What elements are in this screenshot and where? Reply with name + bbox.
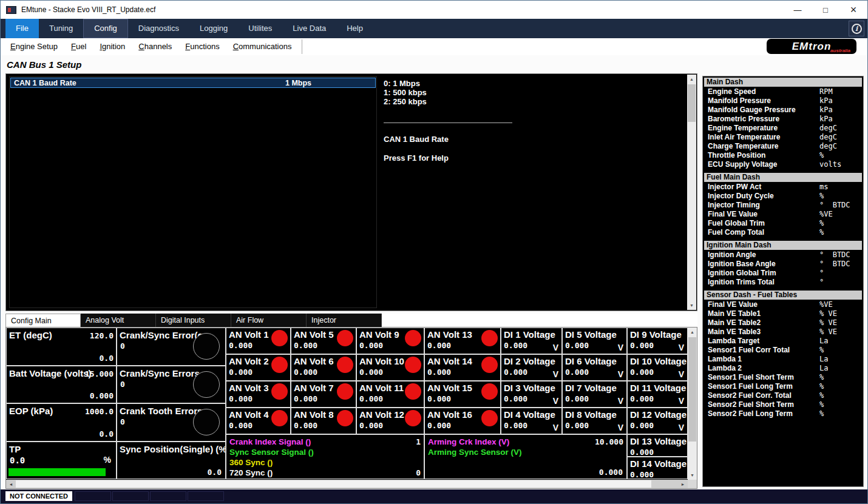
di-volt-unit: V [679, 369, 684, 379]
menu-item-config[interactable]: Config [83, 19, 128, 38]
maximize-icon: □ [823, 5, 828, 15]
counter-label: Crank Tooth Errors [120, 406, 202, 416]
scrollbar-thumb[interactable] [16, 480, 651, 488]
scroll-up-icon[interactable]: ▲ [687, 75, 696, 84]
channel-label: Main VE Table1 [704, 309, 819, 318]
error-lamp-icon [337, 410, 353, 426]
di-volt-value: 0.000 [565, 394, 589, 403]
info-button[interactable]: i [849, 21, 864, 36]
an-volt-cell: AN Volt 6 0.000 [291, 354, 356, 381]
gauge-cell-tp: TP 0.0 % [6, 442, 117, 480]
title-bar: EMtune - Stacke Evo VIII_RT_Update.ecf —… [1, 1, 867, 19]
menu-item-utilites[interactable]: Utilites [238, 19, 282, 38]
can-setup-panel: CAN 1 Baud Rate 1 Mbps 0: 1 Mbps 1: 500 … [5, 73, 697, 311]
submenu-ignition[interactable]: Ignition [93, 38, 132, 55]
gauge-min-value: 0.0 [100, 354, 114, 363]
di-volt-value: 0.000 [504, 368, 527, 377]
app-window: EMtune - Stacke Evo VIII_RT_Update.ecf —… [0, 0, 868, 504]
channel-label: Sensor1 Fuel Corr Total [704, 346, 819, 354]
channel-label: ECU Supply Voltage [704, 160, 819, 169]
channel-label: Fuel Comp Total [704, 228, 819, 237]
submenu-functions[interactable]: Functions [178, 38, 226, 55]
gauge-cell-et: ET (degC) 120.0 0.0 [6, 328, 117, 366]
tab-config-main[interactable]: Config Main [5, 314, 81, 327]
scroll-right-icon[interactable]: ► [678, 480, 688, 488]
an-volt-label: AN Volt 3 [229, 383, 269, 393]
dash-row: Sensor1 Fuel Corr Total% [704, 345, 862, 354]
submenu-fuel[interactable]: Fuel [64, 38, 93, 55]
channel-label: Manifold Pressure [704, 96, 819, 105]
channel-unit: La [819, 337, 862, 345]
sync-position-cell: Sync Position(Single) (%) 0.0 [117, 442, 226, 480]
submenu-communications[interactable]: Communications [226, 38, 299, 55]
tab-digital-inputs[interactable]: Digital Inputs [156, 314, 231, 327]
submenu-channels[interactable]: Channels [132, 38, 178, 55]
error-lamp-icon [481, 383, 498, 400]
submenu-engine-setup[interactable]: Engine Setup [4, 38, 64, 55]
error-lamp-icon [405, 383, 421, 400]
menu-item-tuning[interactable]: Tuning [39, 19, 83, 38]
channel-unit: ° BTDC [819, 201, 862, 209]
menu-item-help[interactable]: Help [336, 19, 373, 38]
scroll-up-icon[interactable]: ▲ [688, 328, 697, 337]
channel-unit: %VE [819, 210, 862, 218]
di-volt-value: 0.000 [565, 341, 589, 350]
gauge-column: ET (degC) 120.0 0.0 Batt Voltage (volts)… [6, 328, 117, 479]
parameter-name: CAN 1 Baud Rate [11, 79, 76, 87]
scroll-down-icon[interactable]: ▼ [688, 471, 697, 480]
menu-item-file[interactable]: File [5, 19, 39, 38]
dash-row: Ignition Trims Total° [704, 277, 862, 286]
scroll-left-icon[interactable]: ◄ [6, 480, 16, 488]
dash-row: Sensor2 Fuel Short Term% [704, 400, 862, 409]
dash-row: Main VE Table3% VE [704, 327, 862, 336]
scrollbar-thumb[interactable] [688, 337, 696, 442]
dash-panel: ET (degC) 120.0 0.0 Batt Voltage (volts)… [5, 327, 697, 489]
tp-value: 0.0 [10, 455, 25, 465]
an-volt-value: 0.000 [359, 341, 383, 350]
an-volt-cell: AN Volt 3 0.000 [226, 381, 291, 408]
dash-horizontal-scrollbar[interactable]: ◄ ► [6, 480, 688, 488]
menu-item-diagnostics[interactable]: Diagnostics [128, 19, 189, 38]
parameter-row-selected[interactable]: CAN 1 Baud Rate 1 Mbps [10, 78, 376, 88]
di-volt-label: DI 13 Voltage [630, 436, 687, 446]
window-controls: — □ × [784, 1, 867, 19]
maximize-button[interactable]: □ [812, 1, 839, 19]
dash-row: Sensor1 Fuel Long Term% [704, 381, 862, 391]
gauge-min-value: 0.0 [100, 429, 114, 438]
an-volt-value: 0.000 [229, 368, 253, 377]
channel-label: Charge Temperature [704, 142, 819, 150]
tab-injector[interactable]: Injector [307, 314, 382, 327]
menu-item-live-data[interactable]: Live Data [282, 19, 336, 38]
tab-analog-volt[interactable]: Analog Volt [81, 314, 156, 327]
scroll-down-icon[interactable]: ▼ [687, 301, 696, 310]
config-scrollbar[interactable]: ▲ ▼ [687, 75, 696, 310]
di-volt-value: 0.000 [565, 368, 589, 377]
help-divider [384, 123, 512, 123]
an-volt-label: AN Volt 2 [229, 356, 269, 366]
gauge-label: EOP (kPa) [9, 406, 53, 416]
channel-label: Sensor2 Fuel Long Term [704, 409, 819, 418]
channel-unit: ° BTDC [819, 250, 862, 259]
gauge-label: Batt Voltage (volts) [9, 368, 92, 378]
di-volt-label: DI 8 Voltage [565, 409, 617, 420]
an-volt-label: AN Volt 13 [427, 329, 472, 340]
arming-label: Arming Crk Index (V) [428, 437, 509, 446]
dash-row: Sensor1 Fuel Short Term% [704, 372, 862, 381]
channel-label: Main VE Table2 [704, 318, 819, 327]
channel-unit: RPM [819, 87, 862, 96]
di-volt-label: DI 4 Voltage [504, 409, 555, 420]
gauge-max-value: 15.000 [85, 369, 114, 378]
menu-item-logging[interactable]: Logging [189, 19, 238, 38]
scrollbar-thumb[interactable] [688, 84, 696, 122]
tab-air-flow[interactable]: Air Flow [231, 314, 307, 327]
di-volt-cell: DI 5 Voltage 0.000 V [562, 328, 627, 354]
an-volt-label: AN Volt 14 [427, 356, 472, 366]
channel-unit: La [819, 355, 862, 363]
help-option: 2: 250 kbps [384, 97, 675, 106]
tp-unit: % [104, 455, 111, 465]
di-volt-value: 0.000 [630, 341, 654, 350]
minimize-button[interactable]: — [784, 1, 812, 19]
dash-vertical-scrollbar[interactable]: ▲ ▼ [688, 328, 697, 480]
close-button[interactable]: × [839, 1, 867, 19]
channel-unit: % [819, 400, 862, 409]
